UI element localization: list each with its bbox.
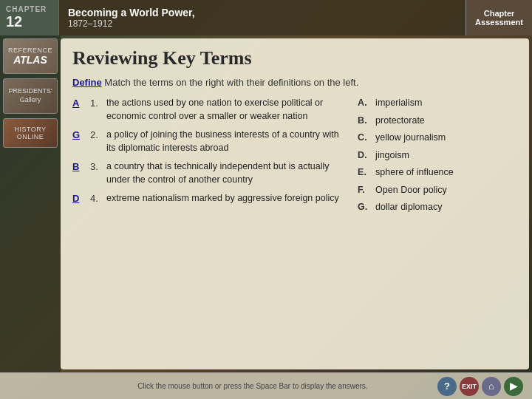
q3-number: 3.	[90, 160, 102, 174]
atlas-label: Reference	[8, 47, 52, 54]
chapter-label: CHAPTER	[6, 5, 52, 13]
q2-text: a policy of joining the business interes…	[106, 129, 346, 154]
book-years: 1872–1912	[68, 18, 457, 29]
ans-e-letter: E.	[358, 166, 371, 180]
q3-text: a country that is technically independen…	[106, 160, 346, 186]
q2-answer-letter: G	[72, 129, 86, 142]
ans-c-text: yellow journalism	[375, 132, 517, 145]
chapter-number: 12	[6, 13, 52, 30]
history-button[interactable]: HISTORY Online	[3, 118, 58, 148]
q1-text: the actions used by one nation to exerci…	[106, 97, 346, 123]
answer-item: E. sphere of influence	[358, 166, 517, 180]
question-item: B 3. a country that is technically indep…	[72, 160, 346, 186]
ans-a-text: imperialism	[375, 97, 517, 110]
q1-number: 1.	[90, 97, 102, 110]
forward-button[interactable]: ▶	[504, 377, 523, 396]
define-text: Match the terms on the right with their …	[104, 77, 358, 88]
q2-number: 2.	[90, 129, 102, 142]
assessment-button[interactable]: Chapter Assessment	[466, 0, 532, 35]
bottom-instruction: Click the mouse button or press the Spac…	[68, 382, 437, 390]
ans-c-letter: C.	[358, 132, 371, 145]
title-bar: Becoming a World Power, 1872–1912	[59, 0, 466, 35]
main-area: Reference ATLAS PRESIDENTS' Gallery HIST…	[0, 35, 532, 372]
q4-number: 4.	[90, 192, 102, 205]
presidents-line1: PRESIDENTS'	[8, 87, 52, 96]
q1-answer-letter: A	[72, 97, 86, 110]
help-button[interactable]: ?	[437, 377, 457, 396]
q3-answer-letter: B	[72, 160, 86, 174]
q4-answer-letter: D	[72, 192, 86, 205]
atlas-main: ATLAS	[13, 54, 47, 66]
bottom-buttons: ? EXIT ⌂ ▶	[437, 377, 523, 396]
ans-f-letter: F.	[358, 184, 371, 197]
answer-item: A. imperialism	[358, 97, 517, 110]
define-keyword: Define	[72, 77, 102, 88]
book-title: Becoming a World Power,	[68, 7, 457, 18]
question-item: A 1. the actions used by one nation to e…	[72, 97, 346, 123]
sidebar: Reference ATLAS PRESIDENTS' Gallery HIST…	[0, 35, 61, 372]
presidents-button[interactable]: PRESIDENTS' Gallery	[3, 78, 58, 114]
ans-b-text: protectorate	[375, 115, 517, 128]
ans-b-letter: B.	[358, 115, 371, 128]
answer-item: B. protectorate	[358, 115, 517, 128]
ans-e-text: sphere of influence	[375, 166, 517, 180]
chapter-box: CHAPTER 12	[0, 0, 59, 35]
assessment-sublabel: Assessment	[475, 18, 523, 27]
content-panel: Reviewing Key Terms Define Match the ter…	[61, 38, 529, 369]
answer-item: D. jingoism	[358, 149, 517, 163]
questions-column: A 1. the actions used by one nation to e…	[72, 97, 346, 361]
question-item: D 4. extreme nationalism marked by aggre…	[72, 192, 346, 205]
history-sub: Online	[17, 133, 44, 140]
answer-item: G. dollar diplomacy	[358, 201, 517, 214]
q4-text: extreme nationalism marked by aggressive…	[106, 192, 346, 205]
ans-f-text: Open Door policy	[375, 184, 517, 197]
answer-item: F. Open Door policy	[358, 184, 517, 197]
history-label: HISTORY	[14, 126, 46, 133]
presidents-line2: Gallery	[20, 96, 41, 105]
top-bar: CHAPTER 12 Becoming a World Power, 1872–…	[0, 0, 532, 35]
assessment-label: Chapter	[484, 9, 515, 18]
ans-d-text: jingoism	[375, 149, 517, 163]
define-section: Define Match the terms on the right with…	[72, 75, 517, 89]
question-item: G 2. a policy of joining the business in…	[72, 129, 346, 154]
qa-area: A 1. the actions used by one nation to e…	[72, 97, 517, 361]
ans-a-letter: A.	[358, 97, 371, 110]
page-wrapper: CHAPTER 12 Becoming a World Power, 1872–…	[0, 0, 532, 399]
answers-column: A. imperialism B. protectorate C. yellow…	[352, 97, 517, 361]
ans-d-letter: D.	[358, 149, 371, 163]
define-instruction: Define Match the terms on the right with…	[72, 77, 358, 88]
exit-button[interactable]: EXIT	[460, 377, 479, 396]
ans-g-text: dollar diplomacy	[375, 201, 517, 214]
answer-item: C. yellow journalism	[358, 132, 517, 145]
ans-g-letter: G.	[358, 201, 371, 214]
home-button[interactable]: ⌂	[482, 377, 501, 396]
page-title: Reviewing Key Terms	[72, 47, 517, 69]
bottom-bar: Click the mouse button or press the Spac…	[0, 372, 532, 399]
atlas-button[interactable]: Reference ATLAS	[3, 38, 58, 74]
